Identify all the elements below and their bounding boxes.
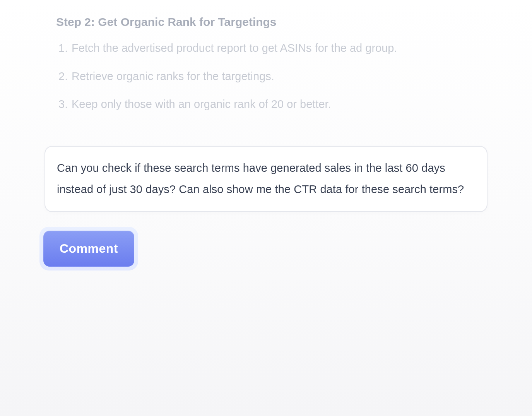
- step-item: Keep only those with an organic rank of …: [56, 96, 476, 112]
- comment-input-card[interactable]: Can you check if these search terms have…: [44, 146, 488, 212]
- main-container: Step 2: Get Organic Rank for Targetings …: [0, 0, 532, 416]
- step-item: Fetch the advertised product report to g…: [56, 40, 476, 56]
- step-title: Step 2: Get Organic Rank for Targetings: [56, 15, 476, 29]
- comment-button-glow: Comment: [39, 227, 138, 270]
- comment-button[interactable]: Comment: [43, 231, 134, 267]
- step-card: Step 2: Get Organic Rank for Targetings …: [44, 15, 488, 125]
- step-list: Fetch the advertised product report to g…: [56, 40, 476, 112]
- step-item: Retrieve organic ranks for the targeting…: [56, 68, 476, 84]
- comment-input-text: Can you check if these search terms have…: [57, 157, 475, 200]
